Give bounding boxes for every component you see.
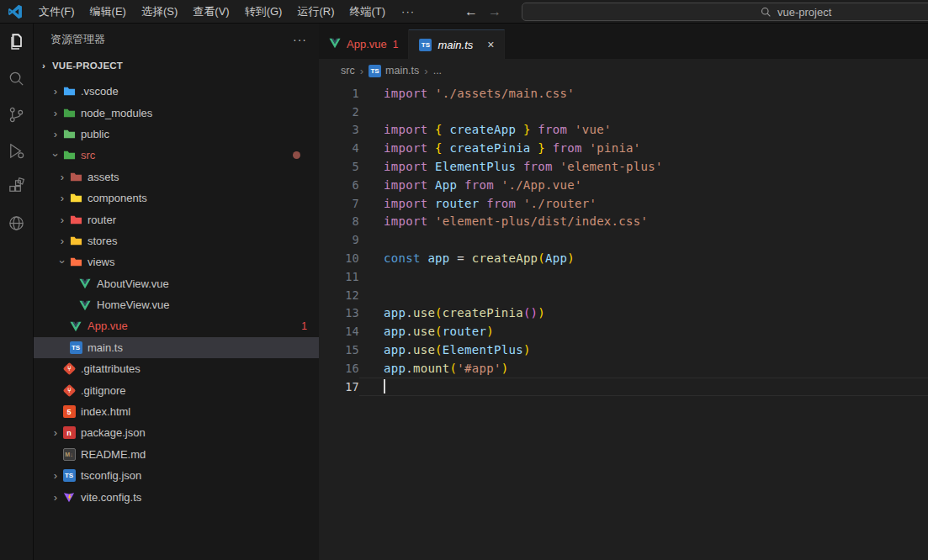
line-number: 16 [319, 362, 359, 375]
tree-item-readme-md[interactable]: M↓README.md [34, 444, 319, 465]
tree-item-package-json[interactable]: ›npackage.json [34, 422, 319, 443]
line-number: 12 [319, 288, 359, 302]
close-icon[interactable]: × [487, 38, 494, 51]
code-line-10: 10const app = createApp(App) [319, 249, 928, 267]
line-number: 11 [319, 270, 359, 283]
chevron-down-icon: › [56, 256, 69, 268]
text-cursor [384, 379, 385, 394]
tree-item-src[interactable]: ›src [34, 145, 319, 166]
file-label: HomeView.vue [97, 298, 169, 311]
history-forward-button[interactable]: → [488, 5, 501, 18]
code-line-text [359, 286, 928, 304]
workspace-name: VUE-PROJECT [52, 61, 123, 71]
line-number: 10 [319, 251, 359, 265]
breadcrumb-item[interactable]: src [341, 65, 355, 77]
code-editor[interactable]: 1import './assets/main.css'23import { cr… [319, 82, 928, 560]
search-icon [761, 7, 772, 18]
menu-item[interactable]: 转到(G) [237, 2, 290, 22]
tree-item-components[interactable]: ›components [34, 188, 319, 209]
tree-item-app-vue[interactable]: App.vue1 [34, 315, 319, 336]
menu-item[interactable]: 查看(V) [185, 2, 236, 22]
line-number: 14 [319, 325, 359, 338]
tab-problems-badge: 1 [393, 39, 399, 50]
line-number: 9 [319, 233, 359, 246]
tab-main-ts[interactable]: TSmain.ts× [409, 29, 505, 59]
line-number: 6 [319, 178, 359, 192]
code-line-2: 2 [319, 103, 928, 121]
breadcrumb-label: src [341, 65, 355, 77]
tree-item-aboutview-vue[interactable]: AboutView.vue [34, 273, 319, 294]
tree-item-homeview-vue[interactable]: HomeView.vue [34, 294, 319, 315]
tab-label: App.vue [347, 38, 387, 50]
menu-more-button[interactable]: ··· [393, 3, 423, 20]
search-icon[interactable] [5, 66, 29, 90]
tree-item-node-modules[interactable]: ›node_modules [34, 102, 319, 123]
history-back-button[interactable]: ← [464, 5, 478, 18]
extensions-icon[interactable] [5, 175, 29, 198]
menu-item[interactable]: 文件(F) [31, 2, 82, 22]
folder-icon [69, 170, 82, 183]
chevron-right-icon: › [49, 469, 62, 482]
code-line-15: 15app.use(ElementPlus) [319, 341, 928, 359]
chevron-down-icon: › [49, 149, 62, 161]
chevron-right-icon: › [56, 214, 69, 226]
tree-item-router[interactable]: ›router [34, 209, 319, 230]
chevron-right-icon: › [49, 107, 62, 119]
line-number: 4 [319, 141, 359, 155]
line-number: 3 [319, 123, 359, 136]
code-line-text: app.mount('#app') [359, 359, 928, 378]
menu-item[interactable]: 终端(T) [342, 2, 393, 22]
line-number: 5 [319, 160, 359, 173]
tree-item-vite-config-ts[interactable]: ›vite.config.ts [34, 486, 319, 507]
file-tree: ›.vscode›node_modules›public›src›assets›… [34, 81, 319, 508]
folder-icon [69, 192, 82, 205]
tree-item-assets[interactable]: ›assets [34, 166, 319, 188]
explorer-more-button[interactable]: ··· [293, 33, 307, 46]
code-line-7: 7import router from './router' [319, 194, 928, 213]
menu-item[interactable]: 运行(R) [289, 2, 342, 22]
file-label: README.md [81, 448, 146, 461]
tree-item--vscode[interactable]: ›.vscode [34, 81, 319, 102]
tree-item-public[interactable]: ›public [34, 124, 319, 145]
tree-item-tsconfig-json[interactable]: ›TStsconfig.json [34, 465, 319, 486]
tree-item--gitignore[interactable]: ⑂.gitignore [34, 379, 319, 400]
code-line-14: 14app.use(router) [319, 322, 928, 341]
chevron-right-icon: › [56, 192, 69, 204]
command-center-search[interactable]: vue-project [522, 3, 928, 21]
chevron-right-icon: › [49, 426, 62, 439]
file-label: .gitattributes [81, 362, 141, 375]
run-debug-icon[interactable] [5, 139, 29, 162]
tree-item-views[interactable]: ›views [34, 251, 319, 272]
globe-icon[interactable] [5, 211, 29, 235]
problems-badge: 1 [301, 320, 307, 332]
vue-icon [69, 320, 82, 333]
code-line-9: 9 [319, 230, 928, 249]
workspace-section-header[interactable]: › VUE-PROJECT [34, 55, 319, 76]
code-line-4: 4import { createPinia } from 'pinia' [319, 139, 928, 157]
tree-item-main-ts[interactable]: TSmain.ts [34, 337, 319, 358]
file-label: .gitignore [81, 384, 125, 397]
explorer-sidebar: 资源管理器 ··· › VUE-PROJECT ›.vscode›node_mo… [34, 24, 319, 560]
file-label: src [81, 149, 95, 161]
tree-item-index-html[interactable]: 5index.html [34, 401, 319, 422]
tab-app-vue[interactable]: App.vue1 [319, 29, 409, 59]
tab-label: main.ts [437, 39, 473, 51]
breadcrumb-item[interactable]: ... [433, 65, 442, 77]
file-label: components [87, 192, 147, 204]
line-number: 2 [319, 105, 359, 119]
explorer-title: 资源管理器 [50, 32, 105, 47]
code-line-text: const app = createApp(App) [359, 249, 928, 267]
source-control-icon[interactable] [5, 103, 29, 126]
code-line-13: 13app.use(createPinia()) [319, 304, 928, 323]
menu-item[interactable]: 编辑(E) [82, 2, 134, 22]
code-line-text: app.use(router) [359, 322, 928, 341]
menu-item[interactable]: 选择(S) [134, 2, 185, 22]
tree-item--gitattributes[interactable]: ⑂.gitattributes [34, 358, 319, 379]
code-line-8: 8import 'element-plus/dist/index.css' [319, 213, 928, 231]
breadcrumb-item[interactable]: TSmain.ts [369, 65, 419, 77]
tree-item-stores[interactable]: ›stores [34, 230, 319, 251]
explorer-icon[interactable] [5, 30, 29, 54]
file-label: public [81, 128, 109, 140]
activity-bar [0, 24, 34, 560]
folder-icon [69, 256, 82, 269]
